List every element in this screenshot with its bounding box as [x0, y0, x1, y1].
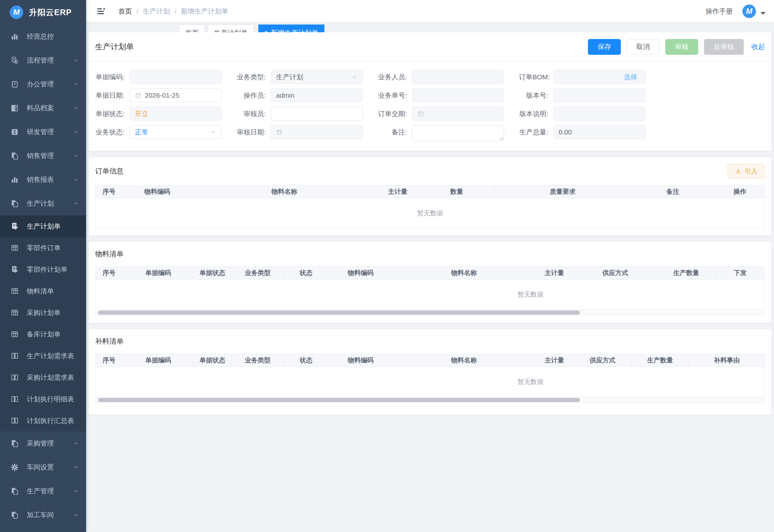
empty-placeholder: 暂无数据	[417, 209, 443, 218]
column-header: 单据状态	[194, 267, 231, 279]
sidebar-item-label: 加工车间	[27, 510, 73, 519]
sidebar-item-label: 生产计划	[27, 199, 73, 208]
sidebar-item-production-mgmt[interactable]: 生产管理	[0, 479, 86, 503]
production-total-value: 0.00	[559, 128, 640, 136]
table-sections: 订单信息引入序号物料编码物料名称主计量数量质量要求备注操作暂无数据物料清单序号单…	[89, 157, 771, 415]
auditor-label: 审核员:	[236, 107, 271, 121]
gear-icon	[10, 463, 19, 472]
sidebar-item-label: 零部件订单	[27, 243, 79, 252]
import-button[interactable]: 引入	[728, 164, 765, 179]
business-type-value: 生产计划	[276, 73, 351, 82]
section-order-info: 订单信息引入序号物料编码物料名称主计量数量质量要求备注操作暂无数据	[89, 157, 771, 235]
column-header: 物料名称	[192, 185, 377, 198]
sidebar-item-purchase-plan-order[interactable]: 采购计划单	[0, 302, 86, 323]
sidebar-item-business-dashboard[interactable]: 经营总控	[0, 25, 86, 48]
sidebar-item-material-list[interactable]: 物料清单	[0, 280, 86, 302]
form-field-operator: 操作员:admin	[236, 88, 378, 102]
breadcrumb-production-plan[interactable]: 生产计划	[143, 7, 170, 16]
doc-status-label: 单据状态:	[95, 107, 130, 121]
breadcrumb-home[interactable]: 首页	[118, 7, 132, 16]
sidebar-item-plan-exec-summary[interactable]: 计划执行汇总表	[0, 410, 86, 431]
order-bom-select-link[interactable]: 选择	[624, 73, 637, 82]
breadcrumb: 首页 / 生产计划 / 新增生产计划单	[118, 7, 228, 16]
sidebar-item-parts-plan-order[interactable]: 零部件计划单	[0, 259, 86, 280]
production-total-field: 0.00	[553, 125, 645, 139]
material-list-header: 物料清单	[89, 242, 771, 266]
sidebar-item-sales-reports[interactable]: 销售报表	[0, 168, 86, 192]
user-menu-caret-icon[interactable]	[760, 12, 766, 15]
sidebar-item-production-plan-order[interactable]: 生产计划单	[0, 215, 86, 237]
open-book-icon	[10, 373, 19, 382]
cancel-button[interactable]: 取消	[627, 39, 660, 55]
sidebar-item-rd-mgmt[interactable]: 研发管理	[0, 120, 86, 144]
collapse-form-link[interactable]: 收起	[751, 42, 765, 51]
material-list-table: 序号单据编码单据状态业务类型状态物料编码物料名称主计量供应方式生产数量下发暂无数…	[95, 266, 765, 316]
sidebar-item-parts-order[interactable]: 零部件订单	[0, 237, 86, 259]
column-header: 备注	[631, 185, 715, 198]
horizontal-scrollbar-thumb[interactable]	[98, 398, 580, 402]
business-status-field[interactable]: 正常	[130, 125, 222, 139]
sidebar-item-production-plan-demand[interactable]: 生产计划需求表	[0, 345, 86, 367]
sidebar-item-plan-exec-detail[interactable]: 计划执行明细表	[0, 388, 86, 410]
horizontal-scrollbar-thumb[interactable]	[98, 310, 580, 315]
sidebar-item-stock-plan-order[interactable]: 备库计划单	[0, 323, 86, 345]
page-title: 生产计划单	[95, 42, 134, 52]
business-type-field: 生产计划	[271, 70, 363, 84]
sidebar-item-purchase-plan-demand[interactable]: 采购计划需求表	[0, 367, 86, 388]
section-supplement-list: 补料清单序号单据编码单据状态业务类型状态物料编码物料名称主计量供应方式生产数量补…	[89, 329, 771, 415]
chevron-down-icon	[73, 81, 79, 87]
tab-home[interactable]: 首页	[179, 25, 205, 32]
sidebar-item-process-mgmt[interactable]: 流程管理	[0, 48, 86, 72]
active-tab-dot-icon	[264, 31, 268, 32]
business-person-field	[412, 70, 504, 84]
sidebar-item-purchase-mgmt[interactable]: 采购管理	[0, 431, 86, 455]
version-desc-label: 版本说明:	[519, 107, 553, 121]
open-book-icon	[10, 395, 19, 403]
open-book-icon	[10, 416, 19, 425]
import-button-label: 引入	[745, 167, 758, 176]
auditor-field[interactable]	[271, 107, 363, 121]
sidebar-item-label: 销售管理	[27, 151, 73, 160]
sidebar-item-label: 经营总控	[27, 32, 79, 41]
sidebar-item-label: 物料清单	[27, 287, 79, 296]
audit-button[interactable]: 审核	[665, 39, 698, 55]
column-header: 供应方式	[574, 354, 631, 367]
sidebar-item-sales-mgmt[interactable]: 销售管理	[0, 144, 86, 168]
sidebar-item-label: 采购管理	[27, 439, 73, 448]
sidebar-item-material-archives[interactable]: 料品档案	[0, 96, 86, 120]
chevron-down-icon	[73, 512, 79, 518]
form-field-auditor: 审核员:	[236, 107, 378, 121]
sidebar-item-office-mgmt[interactable]: 办公管理	[0, 72, 86, 96]
notebook-icon	[10, 80, 19, 89]
save-button[interactable]: 保存	[588, 39, 621, 55]
sidebar-item-processing-workshop[interactable]: 加工车间	[0, 503, 86, 527]
logo-icon: M	[10, 5, 23, 19]
column-header: 业务类型	[231, 354, 284, 367]
collapse-sidebar-icon[interactable]	[96, 6, 105, 16]
sidebar: M 升阳云ERP 经营总控流程管理办公管理料品档案研发管理销售管理销售报表生产计…	[0, 0, 86, 532]
copy-doc-icon	[10, 511, 19, 519]
manual-link[interactable]: 操作手册	[706, 7, 733, 16]
tab-production-plan-order[interactable]: 生产计划单	[208, 25, 254, 32]
sidebar-item-production-plan[interactable]: 生产计划	[0, 192, 86, 215]
column-header: 物料名称	[393, 354, 535, 367]
unaudit-button[interactable]: 反审核	[704, 39, 744, 55]
resize-handle-icon[interactable]	[499, 136, 503, 140]
remark-label: 备注:	[378, 125, 412, 139]
sidebar-item-label: 生产管理	[27, 487, 73, 496]
form-field-business-status: 业务状态:正常	[95, 125, 236, 141]
tab-new-production-plan-order[interactable]: 新增生产计划单	[258, 25, 324, 32]
order-info-title: 订单信息	[95, 166, 124, 176]
user-avatar[interactable]: M	[742, 5, 756, 18]
audit-date-field	[271, 125, 363, 139]
horizontal-scrollbar	[95, 397, 765, 403]
remark-field[interactable]	[412, 125, 504, 141]
calendar-icon	[135, 92, 142, 99]
sidebar-item-label: 采购计划单	[27, 308, 79, 317]
sidebar-item-workshop-settings[interactable]: 车间设置	[0, 455, 86, 479]
supplement-list-title: 补料清单	[95, 337, 124, 346]
form-field-remark: 备注:	[378, 125, 519, 141]
doc-date-value: 2026-01-25	[145, 92, 216, 99]
column-header: 单据编码	[123, 267, 194, 279]
doc-date-field[interactable]: 2026-01-25	[130, 88, 222, 102]
